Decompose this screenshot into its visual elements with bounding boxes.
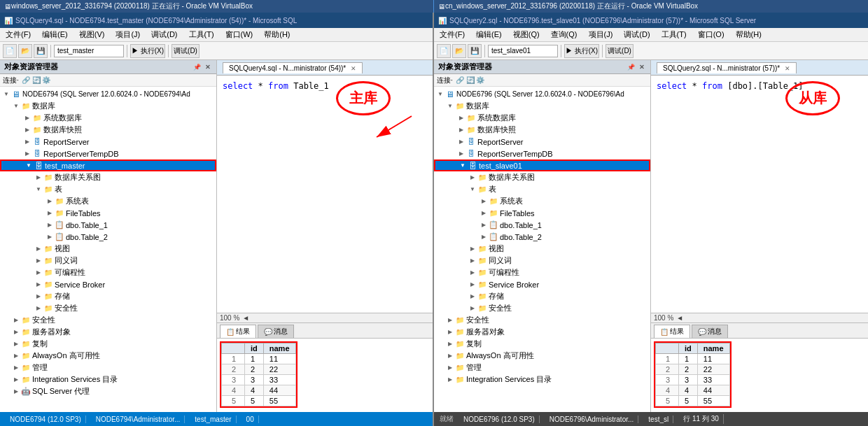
right-security[interactable]: ▶ 📁 安全性: [434, 314, 650, 326]
menu-file-left[interactable]: 文件(F): [3, 29, 34, 41]
left-oe-close[interactable]: ✕: [204, 64, 212, 71]
left-report-server-temp[interactable]: ▶ 🗄 ReportServerTempDB: [0, 148, 216, 159]
left-sys-tables[interactable]: ▶ 📁 系统表: [0, 195, 216, 207]
left-server-objects[interactable]: ▶ 📁 服务器对象: [0, 326, 216, 338]
right-db-diagram[interactable]: ▶ 📁 数据库关系图: [434, 171, 650, 183]
menu-project-left[interactable]: 项目(J): [113, 29, 143, 41]
right-messages-tab[interactable]: 💬 消息: [692, 325, 728, 338]
left-server-node[interactable]: ▼ 🖥 NODE6794 (SQL Server 12.0.6024.0 - N…: [0, 88, 216, 100]
menu-tools-right[interactable]: 工具(T): [659, 29, 690, 41]
right-programmability[interactable]: ▶ 📁 可编程性: [434, 267, 650, 278]
left-alwayson[interactable]: ▶ 📁 AlwaysOn 高可用性: [0, 350, 216, 362]
left-file-tables[interactable]: ▶ 📁 FileTables: [0, 207, 216, 219]
execute-btn-left[interactable]: ▶ 执行(X): [130, 44, 165, 58]
menu-view-right[interactable]: 视图(Q): [510, 29, 542, 41]
menu-file-right[interactable]: 文件(F): [437, 29, 468, 41]
left-security-sub-icon: 📁: [43, 304, 53, 313]
left-query-editor[interactable]: select * from Table_1: [217, 76, 433, 313]
menu-help-left[interactable]: 帮助(H): [261, 29, 293, 41]
left-dbo-table1[interactable]: ▶ 📋 dbo.Table_1: [0, 219, 216, 231]
left-sql-agent[interactable]: ▶ 🤖 SQL Server 代理: [0, 385, 216, 397]
left-storage[interactable]: ▶ 📁 存储: [0, 290, 216, 302]
right-report-server[interactable]: ▶ 🗄 ReportServer: [434, 136, 650, 148]
db-selector-right[interactable]: test_slave01: [488, 45, 558, 57]
right-oe-tree[interactable]: ▼ 🖥 NODE6796 (SQL Server 12.0.6024.0 - N…: [434, 87, 650, 412]
left-oe-pin[interactable]: 📌: [192, 64, 202, 71]
open-btn-left[interactable]: 📂: [18, 44, 32, 58]
open-btn-right[interactable]: 📂: [452, 44, 466, 58]
sep1-right: [484, 45, 485, 57]
left-views[interactable]: ▶ 📁 视图: [0, 243, 216, 255]
left-tab-close[interactable]: ✕: [351, 65, 356, 72]
right-server-node[interactable]: ▼ 🖥 NODE6796 (SQL Server 12.0.6024.0 - N…: [434, 88, 650, 100]
menu-help-right[interactable]: 帮助(H): [733, 29, 764, 41]
menu-window-right[interactable]: 窗口(O): [695, 29, 727, 41]
right-test-slave01-db[interactable]: ▼ 🗄 test_slave01: [434, 159, 650, 171]
right-synonyms[interactable]: ▶ 📁 同义词: [434, 255, 650, 267]
left-programmability[interactable]: ▶ 📁 可编程性: [0, 267, 216, 278]
left-result-tab[interactable]: 📋 结果: [220, 325, 256, 338]
right-management[interactable]: ▶ 📁 管理: [434, 362, 650, 374]
left-databases-folder[interactable]: ▼ 📁 数据库: [0, 100, 216, 112]
right-databases-folder[interactable]: ▼ 📁 数据库: [434, 100, 650, 112]
db-selector-left[interactable]: test_master: [54, 45, 124, 57]
left-dbo-table2[interactable]: ▶ 📋 dbo.Table_2: [0, 231, 216, 243]
right-dbo-table2[interactable]: ▶ 📋 dbo.Table_2: [434, 231, 650, 243]
right-query-editor[interactable]: select * from [dbo].[Table_1]: [651, 76, 868, 313]
left-service-broker[interactable]: ▶ 📁 Service Broker: [0, 278, 216, 290]
right-storage[interactable]: ▶ 📁 存储: [434, 290, 650, 302]
right-data-table: id name 1 111: [655, 343, 730, 406]
right-result-tab[interactable]: 📋 结果: [654, 325, 690, 338]
debug-btn-left[interactable]: 调试(D): [172, 44, 200, 58]
left-security[interactable]: ▶ 📁 安全性: [0, 314, 216, 326]
right-query-tab[interactable]: SQLQuery2.sql - N...ministrator (57))* ✕: [657, 62, 797, 73]
right-db-folder-icon: 📁: [455, 101, 465, 111]
menu-query-right[interactable]: 查询(Q): [548, 29, 580, 41]
left-db-diagram[interactable]: ▶ 📁 数据库关系图: [0, 171, 216, 183]
right-server-objects[interactable]: ▶ 📁 服务器对象: [434, 326, 650, 338]
save-btn-right[interactable]: 💾: [468, 44, 482, 58]
left-sys-db[interactable]: ▶ 📁 系统数据库: [0, 112, 216, 124]
right-integration-services[interactable]: ▶ 📁 Integration Services 目录: [434, 374, 650, 385]
left-query-tab[interactable]: SQLQuery4.sql - N...ministrator (54))* ✕: [223, 62, 363, 73]
new-query-btn-left[interactable]: 📄: [3, 44, 17, 58]
right-views[interactable]: ▶ 📁 视图: [434, 243, 650, 255]
right-dbo-table1[interactable]: ▶ 📋 dbo.Table_1: [434, 219, 650, 231]
left-tables-folder[interactable]: ▼ 📁 表: [0, 183, 216, 195]
left-integration-services[interactable]: ▶ 📁 Integration Services 目录: [0, 374, 216, 385]
right-sys-db[interactable]: ▶ 📁 系统数据库: [434, 112, 650, 124]
save-btn-left[interactable]: 💾: [34, 44, 48, 58]
right-tab-close[interactable]: ✕: [785, 65, 790, 72]
right-report-server-temp[interactable]: ▶ 🗄 ReportServerTempDB: [434, 148, 650, 159]
left-report-server[interactable]: ▶ 🗄 ReportServer: [0, 136, 216, 148]
left-management[interactable]: ▶ 📁 管理: [0, 362, 216, 374]
menu-view-left[interactable]: 视图(V): [76, 29, 108, 41]
right-replication[interactable]: ▶ 📁 复制: [434, 338, 650, 350]
right-alwayson[interactable]: ▶ 📁 AlwaysOn 高可用性: [434, 350, 650, 362]
right-security-sub[interactable]: ▶ 📁 安全性: [434, 302, 650, 314]
left-oe-tree[interactable]: ▼ 🖥 NODE6794 (SQL Server 12.0.6024.0 - N…: [0, 87, 216, 412]
left-security-sub[interactable]: ▶ 📁 安全性: [0, 302, 216, 314]
right-tables-folder[interactable]: ▼ 📁 表: [434, 183, 650, 195]
menu-project-right[interactable]: 项目(J): [586, 29, 616, 41]
right-service-broker[interactable]: ▶ 📁 Service Broker: [434, 278, 650, 290]
right-oe-pin[interactable]: 📌: [626, 64, 636, 71]
menu-window-left[interactable]: 窗口(W): [223, 29, 256, 41]
execute-btn-right[interactable]: ▶ 执行(X): [564, 44, 599, 58]
menu-debug-right[interactable]: 调试(D): [621, 29, 652, 41]
menu-debug-left[interactable]: 调试(D): [148, 29, 180, 41]
left-test-master-db[interactable]: ▼ 🗄 test_master: [0, 159, 216, 171]
new-query-btn-right[interactable]: 📄: [437, 44, 451, 58]
right-snapshot-db[interactable]: ▶ 📁 数据库快照: [434, 124, 650, 136]
left-synonyms[interactable]: ▶ 📁 同义词: [0, 255, 216, 267]
menu-edit-left[interactable]: 编辑(E): [39, 29, 71, 41]
menu-tools-left[interactable]: 工具(T): [186, 29, 217, 41]
left-snapshot-db[interactable]: ▶ 📁 数据库快照: [0, 124, 216, 136]
debug-btn-right[interactable]: 调试(D): [606, 44, 634, 58]
left-messages-tab[interactable]: 💬 消息: [258, 325, 294, 338]
menu-edit-right[interactable]: 编辑(E): [473, 29, 505, 41]
left-replication[interactable]: ▶ 📁 复制: [0, 338, 216, 350]
right-sys-tables[interactable]: ▶ 📁 系统表: [434, 195, 650, 207]
right-file-tables[interactable]: ▶ 📁 FileTables: [434, 207, 650, 219]
right-oe-close[interactable]: ✕: [638, 64, 646, 71]
